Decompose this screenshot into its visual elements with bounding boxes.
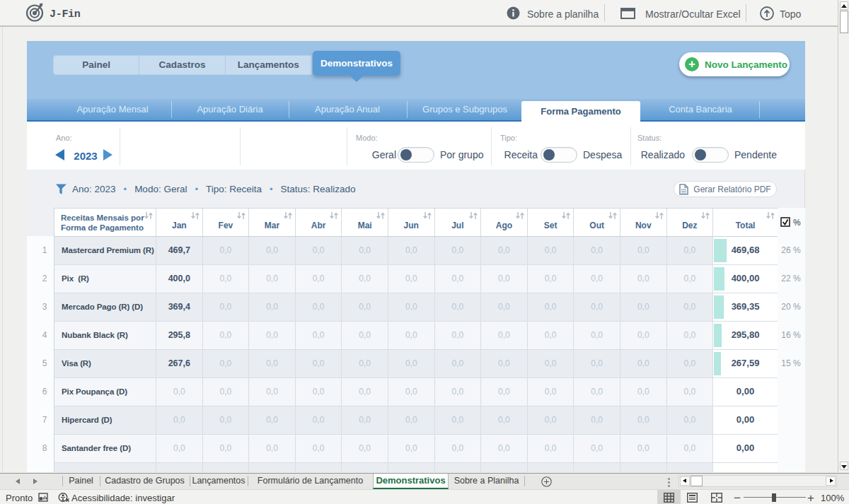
svg-text:%: % — [793, 218, 801, 228]
